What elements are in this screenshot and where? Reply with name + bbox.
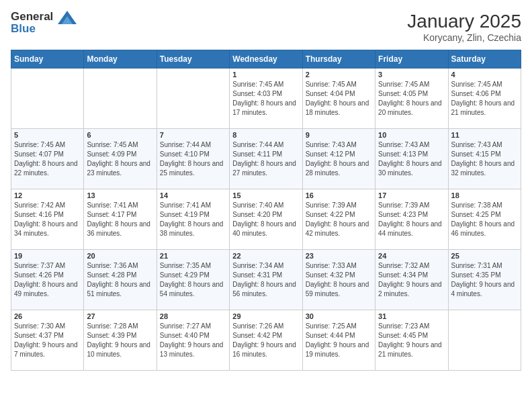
calendar-cell: 30Sunrise: 7:25 AM Sunset: 4:44 PM Dayli… [302, 310, 375, 371]
day-number: 11 [451, 131, 518, 139]
day-number: 16 [306, 191, 372, 199]
calendar-cell: 14Sunrise: 7:41 AM Sunset: 4:19 PM Dayli… [157, 189, 229, 250]
day-info: Sunrise: 7:28 AM Sunset: 4:39 PM Dayligh… [87, 322, 153, 359]
day-number: 5 [14, 131, 81, 139]
calendar-cell: 15Sunrise: 7:40 AM Sunset: 4:20 PM Dayli… [230, 189, 302, 250]
day-number: 17 [378, 191, 445, 199]
calendar-cell: 20Sunrise: 7:36 AM Sunset: 4:28 PM Dayli… [84, 250, 157, 310]
day-number: 13 [87, 191, 153, 199]
day-info: Sunrise: 7:40 AM Sunset: 4:20 PM Dayligh… [232, 201, 299, 238]
calendar-cell: 7Sunrise: 7:44 AM Sunset: 4:10 PM Daylig… [157, 129, 229, 189]
calendar-table: SundayMondayTuesdayWednesdayThursdayFrid… [11, 50, 521, 371]
day-number: 26 [14, 312, 81, 320]
day-number: 30 [306, 312, 372, 320]
calendar-cell: 18Sunrise: 7:38 AM Sunset: 4:25 PM Dayli… [448, 189, 521, 250]
day-info: Sunrise: 7:38 AM Sunset: 4:25 PM Dayligh… [451, 201, 518, 238]
day-info: Sunrise: 7:36 AM Sunset: 4:28 PM Dayligh… [87, 261, 153, 299]
day-number: 31 [378, 312, 445, 320]
day-info: Sunrise: 7:27 AM Sunset: 4:40 PM Dayligh… [160, 322, 226, 359]
day-number: 1 [232, 71, 299, 79]
calendar-cell: 2Sunrise: 7:45 AM Sunset: 4:04 PM Daylig… [302, 68, 375, 129]
day-number: 19 [14, 252, 81, 260]
title-area: January 2025 Korycany, Zlin, Czechia [407, 11, 521, 43]
weekday-header-sunday: Sunday [11, 50, 84, 68]
logo: General Blue [11, 11, 77, 36]
day-info: Sunrise: 7:32 AM Sunset: 4:34 PM Dayligh… [378, 261, 445, 299]
calendar-week-row: 26Sunrise: 7:30 AM Sunset: 4:37 PM Dayli… [11, 310, 521, 371]
calendar-cell: 31Sunrise: 7:23 AM Sunset: 4:45 PM Dayli… [375, 310, 448, 371]
calendar-cell: 22Sunrise: 7:34 AM Sunset: 4:31 PM Dayli… [230, 250, 302, 310]
calendar-cell: 17Sunrise: 7:39 AM Sunset: 4:23 PM Dayli… [375, 189, 448, 250]
day-info: Sunrise: 7:45 AM Sunset: 4:05 PM Dayligh… [378, 80, 445, 118]
calendar-subtitle: Korycany, Zlin, Czechia [407, 32, 521, 43]
day-info: Sunrise: 7:26 AM Sunset: 4:42 PM Dayligh… [232, 322, 299, 359]
day-info: Sunrise: 7:39 AM Sunset: 4:22 PM Dayligh… [306, 201, 372, 238]
calendar-cell: 29Sunrise: 7:26 AM Sunset: 4:42 PM Dayli… [230, 310, 302, 371]
day-number: 29 [232, 312, 299, 320]
day-info: Sunrise: 7:41 AM Sunset: 4:17 PM Dayligh… [87, 201, 153, 238]
day-number: 20 [87, 252, 153, 260]
calendar-cell [11, 68, 84, 129]
day-info: Sunrise: 7:41 AM Sunset: 4:19 PM Dayligh… [160, 201, 226, 238]
calendar-cell: 24Sunrise: 7:32 AM Sunset: 4:34 PM Dayli… [375, 250, 448, 310]
day-number: 21 [160, 252, 226, 260]
day-number: 8 [232, 131, 299, 139]
calendar-cell: 11Sunrise: 7:43 AM Sunset: 4:15 PM Dayli… [448, 129, 521, 189]
calendar-cell: 25Sunrise: 7:31 AM Sunset: 4:35 PM Dayli… [448, 250, 521, 310]
day-number: 27 [87, 312, 153, 320]
calendar-cell: 27Sunrise: 7:28 AM Sunset: 4:39 PM Dayli… [84, 310, 157, 371]
calendar-cell: 19Sunrise: 7:37 AM Sunset: 4:26 PM Dayli… [11, 250, 84, 310]
day-info: Sunrise: 7:44 AM Sunset: 4:10 PM Dayligh… [160, 140, 226, 178]
calendar-cell: 9Sunrise: 7:43 AM Sunset: 4:12 PM Daylig… [302, 129, 375, 189]
day-number: 25 [451, 252, 518, 260]
weekday-header-monday: Monday [84, 50, 157, 68]
calendar-cell: 8Sunrise: 7:44 AM Sunset: 4:11 PM Daylig… [230, 129, 302, 189]
day-info: Sunrise: 7:43 AM Sunset: 4:13 PM Dayligh… [378, 140, 445, 178]
day-number: 12 [14, 191, 81, 199]
calendar-cell [157, 68, 229, 129]
day-info: Sunrise: 7:45 AM Sunset: 4:06 PM Dayligh… [451, 80, 518, 118]
weekday-header-wednesday: Wednesday [230, 50, 302, 68]
calendar-cell: 3Sunrise: 7:45 AM Sunset: 4:05 PM Daylig… [375, 68, 448, 129]
calendar-title: January 2025 [407, 11, 521, 32]
page-header: General Blue January 2025 Korycany, Zlin… [11, 11, 521, 43]
day-number: 23 [306, 252, 372, 260]
day-info: Sunrise: 7:45 AM Sunset: 4:07 PM Dayligh… [14, 140, 81, 178]
calendar-cell: 5Sunrise: 7:45 AM Sunset: 4:07 PM Daylig… [11, 129, 84, 189]
day-number: 24 [378, 252, 445, 260]
calendar-cell: 6Sunrise: 7:45 AM Sunset: 4:09 PM Daylig… [84, 129, 157, 189]
day-info: Sunrise: 7:45 AM Sunset: 4:03 PM Dayligh… [232, 80, 299, 118]
day-info: Sunrise: 7:39 AM Sunset: 4:23 PM Dayligh… [378, 201, 445, 238]
day-info: Sunrise: 7:30 AM Sunset: 4:37 PM Dayligh… [14, 322, 81, 359]
calendar-cell: 21Sunrise: 7:35 AM Sunset: 4:29 PM Dayli… [157, 250, 229, 310]
calendar-cell: 12Sunrise: 7:42 AM Sunset: 4:16 PM Dayli… [11, 189, 84, 250]
day-number: 10 [378, 131, 445, 139]
weekday-header-friday: Friday [375, 50, 448, 68]
day-info: Sunrise: 7:35 AM Sunset: 4:29 PM Dayligh… [160, 261, 226, 299]
weekday-header-tuesday: Tuesday [157, 50, 229, 68]
calendar-cell: 4Sunrise: 7:45 AM Sunset: 4:06 PM Daylig… [448, 68, 521, 129]
day-info: Sunrise: 7:31 AM Sunset: 4:35 PM Dayligh… [451, 261, 518, 299]
calendar-week-row: 12Sunrise: 7:42 AM Sunset: 4:16 PM Dayli… [11, 189, 521, 250]
weekday-header-row: SundayMondayTuesdayWednesdayThursdayFrid… [11, 50, 521, 68]
calendar-cell [84, 68, 157, 129]
day-number: 9 [306, 131, 372, 139]
calendar-week-row: 1Sunrise: 7:45 AM Sunset: 4:03 PM Daylig… [11, 68, 521, 129]
day-number: 18 [451, 191, 518, 199]
calendar-cell: 1Sunrise: 7:45 AM Sunset: 4:03 PM Daylig… [230, 68, 302, 129]
day-info: Sunrise: 7:33 AM Sunset: 4:32 PM Dayligh… [306, 261, 372, 299]
calendar-cell: 10Sunrise: 7:43 AM Sunset: 4:13 PM Dayli… [375, 129, 448, 189]
day-info: Sunrise: 7:43 AM Sunset: 4:12 PM Dayligh… [306, 140, 372, 178]
day-number: 7 [160, 131, 226, 139]
day-number: 14 [160, 191, 226, 199]
calendar-cell: 16Sunrise: 7:39 AM Sunset: 4:22 PM Dayli… [302, 189, 375, 250]
calendar-cell: 26Sunrise: 7:30 AM Sunset: 4:37 PM Dayli… [11, 310, 84, 371]
day-info: Sunrise: 7:44 AM Sunset: 4:11 PM Dayligh… [232, 140, 299, 178]
day-number: 3 [378, 71, 445, 79]
day-number: 28 [160, 312, 226, 320]
weekday-header-thursday: Thursday [302, 50, 375, 68]
day-number: 15 [232, 191, 299, 199]
day-number: 6 [87, 131, 153, 139]
weekday-header-saturday: Saturday [448, 50, 521, 68]
day-number: 22 [232, 252, 299, 260]
